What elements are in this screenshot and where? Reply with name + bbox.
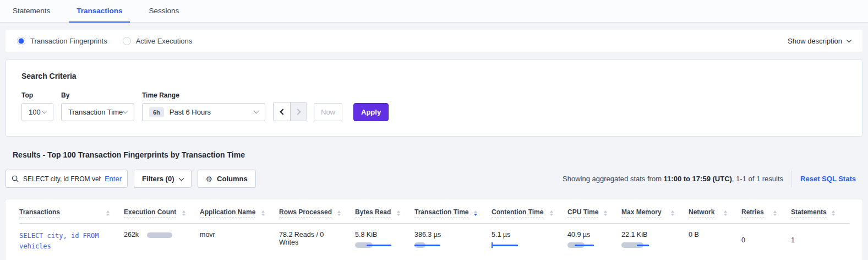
radio-active-executions[interactable]: Active Executions — [123, 37, 193, 45]
now-button[interactable]: Now — [314, 103, 342, 121]
show-description-toggle[interactable]: Show description — [788, 37, 851, 45]
column-header-execution-count[interactable]: Execution Count — [124, 199, 200, 224]
max-memory-bar-chart — [621, 242, 653, 248]
tab-statements[interactable]: Statements — [6, 0, 57, 23]
rows-processed-value: 78.2 Reads / 0 Writes — [279, 231, 324, 246]
sort-icon[interactable] — [397, 210, 400, 216]
column-header-retries[interactable]: Retries — [741, 199, 791, 224]
columns-button-label: Columns — [217, 175, 248, 183]
sort-icon[interactable] — [604, 210, 607, 216]
sort-icon[interactable] — [261, 210, 265, 216]
search-input[interactable] — [23, 175, 101, 183]
apply-button-label: Apply — [361, 108, 381, 116]
column-header-network[interactable]: Network — [689, 199, 741, 224]
transaction-time-bar-chart — [414, 242, 446, 248]
chevron-down-icon — [42, 109, 47, 114]
radio-transaction-fingerprints[interactable]: Transaction Fingerprints — [17, 37, 107, 45]
radio-unselected-icon — [123, 37, 131, 45]
contention-time-bar-chart — [492, 242, 523, 248]
radio-label: Active Executions — [136, 37, 193, 45]
time-range-select[interactable]: 6h Past 6 Hours — [142, 103, 265, 121]
search-enter-button[interactable]: Enter — [105, 175, 122, 183]
now-button-label: Now — [321, 108, 335, 116]
bytes-read-value: 5.8 KiB — [355, 231, 377, 239]
cpu-time-value: 40.9 µs — [567, 231, 590, 239]
column-header-statements[interactable]: Statements — [791, 199, 849, 224]
column-header-max-memory[interactable]: Max Memory — [621, 199, 689, 224]
view-toggle-bar: Transaction Fingerprints Active Executio… — [6, 30, 862, 52]
sort-icon[interactable] — [337, 210, 341, 216]
previous-time-range-button[interactable] — [274, 102, 290, 121]
bytes-read-bar-chart — [355, 242, 387, 248]
sort-icon[interactable] — [550, 210, 553, 216]
filters-button[interactable]: Filters (0) — [134, 170, 192, 188]
transaction-time-value: 386.3 µs — [414, 231, 441, 239]
time-range-value: Past 6 Hours — [170, 108, 211, 116]
reset-sql-stats-link[interactable]: Reset SQL Stats — [800, 175, 856, 183]
chevron-down-icon — [178, 176, 184, 181]
sort-icon[interactable] — [724, 210, 727, 216]
results-toolbar: Enter Filters (0) ⚙ Columns Showing aggr… — [6, 170, 862, 188]
top-select-value: 100 — [29, 108, 41, 116]
filters-button-label: Filters (0) — [142, 175, 174, 183]
page-tabs: Statements Transactions Sessions — [0, 0, 868, 23]
sort-icon[interactable] — [671, 210, 674, 216]
top-field: Top 100 — [21, 91, 53, 121]
column-header-cpu-time[interactable]: CPU Time — [567, 199, 621, 224]
contention-time-value: 5.1 µs — [492, 231, 510, 239]
execution-count-bar — [147, 232, 172, 238]
chevron-down-icon — [847, 37, 852, 42]
tab-transactions[interactable]: Transactions — [69, 0, 129, 23]
application-name-value: movr — [200, 231, 215, 239]
sort-icon[interactable] — [474, 210, 477, 216]
by-field: By Transaction Time — [61, 91, 134, 121]
execution-count-value: 262k — [124, 231, 139, 239]
table-row: SELECT city, id FROM vehicles 262k movr … — [19, 224, 849, 260]
next-time-range-button[interactable] — [290, 102, 307, 121]
gear-icon: ⚙ — [206, 175, 213, 183]
radio-label: Transaction Fingerprints — [30, 37, 107, 45]
column-header-rows-processed[interactable]: Rows Processed — [279, 199, 355, 224]
apply-button[interactable]: Apply — [353, 103, 389, 121]
results-heading: Results - Top 100 Transaction Fingerprin… — [13, 150, 868, 159]
column-header-transactions[interactable]: Transactions — [19, 199, 124, 224]
results-table-panel: Transactions Execution Count Application… — [6, 199, 862, 260]
cpu-time-bar-chart — [567, 242, 599, 248]
chevron-down-icon — [254, 109, 259, 114]
column-header-bytes-read[interactable]: Bytes Read — [355, 199, 414, 224]
tab-sessions[interactable]: Sessions — [142, 0, 187, 23]
sort-icon[interactable] — [106, 210, 110, 216]
search-criteria-title: Search Criteria — [21, 72, 847, 80]
time-range-pager — [273, 102, 307, 121]
columns-button[interactable]: ⚙ Columns — [198, 170, 256, 188]
by-label: By — [61, 91, 134, 99]
search-icon — [12, 175, 19, 182]
top-label: Top — [21, 91, 53, 99]
chevron-down-icon — [123, 109, 128, 114]
transaction-fingerprint-link[interactable]: SELECT city, id FROM vehicles — [19, 232, 99, 250]
time-range-field: Time Range 6h Past 6 Hours — [142, 91, 265, 121]
table-header-row: Transactions Execution Count Application… — [19, 199, 849, 224]
time-range-badge: 6h — [149, 107, 164, 117]
transactions-table: Transactions Execution Count Application… — [19, 199, 849, 260]
time-range-label: Time Range — [142, 91, 265, 99]
retries-value: 0 — [741, 236, 745, 244]
by-select-value: Transaction Time — [68, 108, 123, 116]
top-select[interactable]: 100 — [21, 103, 53, 121]
search-box[interactable]: Enter — [6, 170, 128, 188]
chevron-right-icon — [294, 109, 301, 115]
show-description-label: Show description — [788, 37, 842, 45]
column-header-transaction-time[interactable]: Transaction Time — [414, 199, 492, 224]
max-memory-value: 22.1 KiB — [621, 231, 647, 239]
sort-icon[interactable] — [832, 210, 835, 216]
search-criteria-panel: Search Criteria Top 100 By Transaction T… — [6, 59, 862, 137]
chevron-left-icon — [280, 109, 286, 115]
statements-value: 1 — [791, 236, 795, 244]
sort-icon[interactable] — [773, 210, 777, 216]
column-header-contention-time[interactable]: Contention Time — [492, 199, 567, 224]
radio-selected-icon — [17, 37, 25, 45]
column-header-application-name[interactable]: Application Name — [200, 199, 279, 224]
by-select[interactable]: Transaction Time — [61, 103, 134, 121]
sort-icon[interactable] — [182, 210, 185, 216]
divider — [791, 171, 792, 187]
